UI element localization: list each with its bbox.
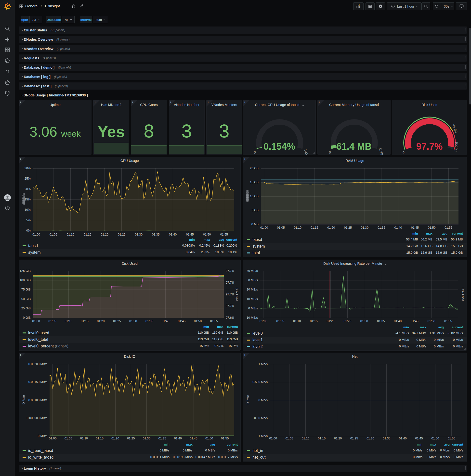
- svg-text:01:40: 01:40: [174, 437, 182, 440]
- svg-text:01:00: 01:00: [32, 320, 40, 323]
- svg-text:0.500 Mb/s: 0.500 Mb/s: [252, 380, 268, 384]
- svg-text:-1 Mb/s: -1 Mb/s: [257, 434, 268, 438]
- svg-text:30%: 30%: [25, 167, 31, 170]
- svg-text:75 GiB: 75 GiB: [21, 288, 31, 291]
- svg-text:01:20: 01:20: [327, 320, 334, 323]
- svg-text:01:05: 01:05: [50, 233, 57, 236]
- svg-text:1 Mb/s: 1 Mb/s: [258, 362, 268, 366]
- svg-text:01:50: 01:50: [205, 437, 213, 440]
- svg-text:01:25: 01:25: [344, 226, 352, 229]
- svg-text:25 GiB: 25 GiB: [21, 307, 31, 310]
- svg-text:20%: 20%: [25, 187, 31, 191]
- svg-text:20 MB/s: 20 MB/s: [247, 288, 258, 291]
- svg-text:01:25: 01:25: [343, 320, 351, 323]
- svg-text:97.6%: 97.6%: [226, 316, 234, 320]
- svg-text:10%: 10%: [25, 208, 31, 211]
- svg-text:01:55: 01:55: [444, 320, 452, 323]
- svg-text:01:30: 01:30: [129, 320, 137, 323]
- svg-text:01:15: 01:15: [318, 437, 325, 440]
- svg-text:01:55: 01:55: [448, 437, 455, 440]
- svg-text:01:45: 01:45: [190, 437, 197, 440]
- svg-text:01:05: 01:05: [48, 320, 56, 323]
- svg-text:01:35: 01:35: [378, 226, 385, 229]
- svg-text:01:15: 01:15: [84, 233, 91, 236]
- svg-text:0.000500 MB/s: 0.000500 MB/s: [27, 416, 47, 420]
- svg-text:01:35: 01:35: [158, 437, 166, 440]
- svg-text:20 GB: 20 GB: [250, 167, 259, 170]
- svg-text:01:20: 01:20: [111, 437, 119, 440]
- svg-text:01:10: 01:10: [67, 233, 74, 236]
- svg-text:01:10: 01:10: [65, 320, 72, 323]
- svg-text:01:30: 01:30: [361, 226, 369, 229]
- svg-text:01:50: 01:50: [203, 233, 211, 236]
- svg-text:01:15: 01:15: [81, 320, 88, 323]
- svg-text:50 GiB: 50 GiB: [21, 297, 31, 301]
- svg-text:5%: 5%: [26, 219, 31, 222]
- svg-text:01:25: 01:25: [118, 233, 125, 236]
- svg-text:01:50: 01:50: [432, 437, 439, 440]
- svg-text:0.00200 MB/s: 0.00200 MB/s: [29, 362, 47, 366]
- svg-text:01:25: 01:25: [127, 437, 135, 440]
- svg-text:01:10: 01:10: [294, 226, 302, 229]
- svg-text:01:55: 01:55: [444, 226, 452, 229]
- svg-text:01:20: 01:20: [327, 226, 335, 229]
- svg-text:01:25: 01:25: [350, 437, 358, 440]
- svg-text:97.7%: 97.7%: [226, 281, 234, 284]
- svg-text:01:45: 01:45: [186, 233, 194, 236]
- svg-text:01:30: 01:30: [143, 437, 150, 440]
- svg-text:01:05: 01:05: [276, 320, 284, 323]
- svg-text:0 MB: 0 MB: [252, 222, 259, 226]
- svg-text:0 MB/s: 0 MB/s: [248, 307, 258, 310]
- svg-text:01:45: 01:45: [178, 320, 185, 323]
- svg-text:01:05: 01:05: [286, 437, 293, 440]
- svg-text:01:15: 01:15: [310, 320, 318, 323]
- svg-text:0 MB/s: 0 MB/s: [38, 434, 47, 438]
- svg-text:01:00: 01:00: [260, 226, 268, 229]
- svg-text:01:40: 01:40: [162, 320, 169, 323]
- svg-text:01:20: 01:20: [334, 437, 342, 440]
- svg-text:0 GiB: 0 GiB: [23, 316, 31, 320]
- svg-text:01:50: 01:50: [194, 320, 202, 323]
- svg-text:125 GiB: 125 GiB: [20, 269, 31, 272]
- svg-text:40 MB/s: 40 MB/s: [247, 269, 258, 272]
- svg-text:10 GB: 10 GB: [250, 195, 259, 198]
- svg-text:01:55: 01:55: [210, 320, 218, 323]
- svg-text:-10 MB/s: -10 MB/s: [246, 316, 258, 320]
- svg-text:01:30: 01:30: [135, 233, 143, 236]
- svg-text:01:15: 01:15: [311, 226, 318, 229]
- svg-text:01:20: 01:20: [101, 233, 108, 236]
- svg-text:100 GiB: 100 GiB: [20, 278, 31, 282]
- svg-text:01:45: 01:45: [411, 320, 418, 323]
- svg-text:01:50: 01:50: [428, 320, 435, 323]
- svg-text:01:35: 01:35: [377, 320, 385, 323]
- svg-text:01:55: 01:55: [220, 233, 228, 236]
- svg-text:0.00150 MB/s: 0.00150 MB/s: [29, 380, 47, 384]
- svg-text:5 GB: 5 GB: [252, 208, 259, 212]
- svg-text:15 GB: 15 GB: [250, 181, 259, 184]
- svg-text:25%: 25%: [25, 177, 31, 180]
- svg-text:01:00: 01:00: [269, 437, 277, 440]
- svg-text:01:20: 01:20: [97, 320, 104, 323]
- svg-text:97.7%: 97.7%: [226, 269, 234, 272]
- svg-text:01:55: 01:55: [221, 437, 229, 440]
- svg-text:0 Mb/s: 0 Mb/s: [258, 398, 268, 402]
- svg-text:01:00: 01:00: [32, 233, 40, 236]
- svg-text:01:45: 01:45: [415, 437, 423, 440]
- svg-text:01:10: 01:10: [80, 437, 88, 440]
- svg-text:01:30: 01:30: [360, 320, 368, 323]
- svg-text:-0.50 Mb/s: -0.50 Mb/s: [253, 416, 268, 420]
- svg-text:01:10: 01:10: [302, 437, 309, 440]
- svg-text:10 MB/s: 10 MB/s: [247, 297, 258, 301]
- svg-text:01:15: 01:15: [96, 437, 103, 440]
- svg-text:01:40: 01:40: [394, 320, 402, 323]
- svg-text:97.7%: 97.7%: [226, 304, 234, 308]
- svg-text:01:50: 01:50: [428, 226, 436, 229]
- svg-text:30 MB/s: 30 MB/s: [247, 278, 258, 282]
- svg-text:01:05: 01:05: [277, 226, 285, 229]
- svg-text:01:35: 01:35: [383, 437, 390, 440]
- svg-text:0.00100 MB/s: 0.00100 MB/s: [29, 398, 47, 402]
- svg-text:01:35: 01:35: [152, 233, 159, 236]
- svg-text:01:30: 01:30: [367, 437, 374, 440]
- svg-text:01:00: 01:00: [260, 320, 267, 323]
- svg-text:01:40: 01:40: [169, 233, 177, 236]
